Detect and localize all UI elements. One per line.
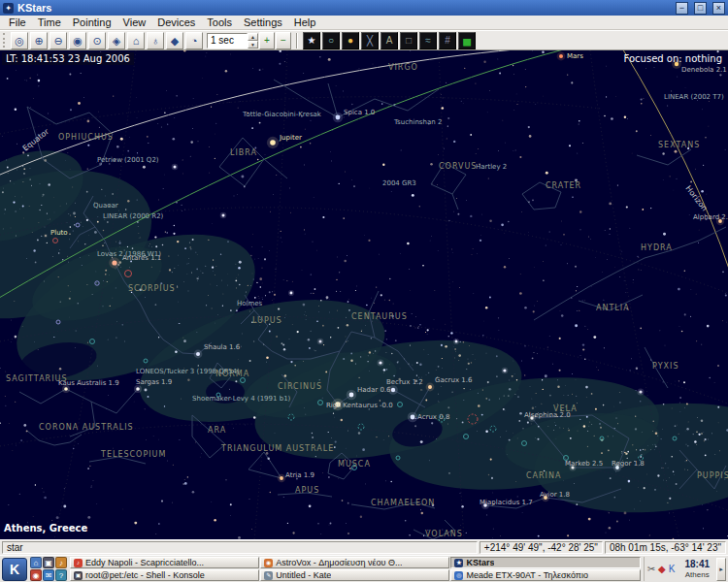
toggle-constellation-names-icon[interactable]: A [381,32,398,49]
sky-label-jupiter[interactable]: Jupiter [279,134,302,142]
menu-time[interactable]: Time [32,16,67,30]
sky-label-denebola-2-1[interactable]: Denebola 2.1 [681,66,727,74]
sky-label-crater[interactable]: CRATER [546,181,581,190]
zoom-in-icon[interactable]: ⊕ [30,32,48,49]
bright-star[interactable] [504,370,507,372]
bright-star[interactable] [379,361,381,364]
sky-label-miaplacidus-1-7[interactable]: Miaplacidus 1.7 [480,499,533,506]
sky-label-alsephina-2-0[interactable]: Alsephina 2.0 [524,411,571,419]
sky-label-corona-australis[interactable]: CORONA AUSTRALIS [39,423,134,432]
bright-star[interactable] [349,393,354,398]
sky-canvas[interactable]: VIRGOLIBRAOPHIUCHUSSEXTANSCORVUSCRATERHY… [0,50,728,539]
titlebar[interactable]: ✦ KStars − □ × [0,0,728,16]
sky-label-lovas-2-1986-w1[interactable]: Lovas 2 (1986 W1) [97,250,161,258]
sky-label-quaoar[interactable]: Quaoar [93,202,118,210]
sky-label-pluto[interactable]: Pluto [50,229,68,237]
bright-star[interactable] [428,385,432,389]
menu-devices[interactable]: Devices [151,16,201,30]
sky-label-linear-2002-t7[interactable]: LINEAR (2002 T7) [664,93,724,101]
bright-star[interactable] [112,260,116,265]
sky-label-holmes[interactable]: Holmes [237,300,263,307]
sky-label-hartley-2[interactable]: Hartley 2 [476,163,507,171]
toggle-coordinate-grid-icon[interactable]: # [439,32,456,49]
web-browser-icon[interactable]: ◉ [30,569,42,581]
bright-star[interactable] [411,415,415,420]
find-object-icon[interactable]: ◎ [11,32,28,49]
step-forward-button[interactable]: + [259,32,275,49]
toolbar-grip[interactable] [3,33,7,48]
focus-infobox[interactable]: Focused on: nothing [624,53,722,64]
time-step-up-icon[interactable]: ▲ [248,33,258,41]
sky-label-antlia[interactable]: ANTLIA [596,304,630,312]
toggle-ground-icon[interactable]: ▅ [458,32,476,49]
toggle-solar-system-icon[interactable]: ● [342,32,359,49]
toggle-constellation-boundaries-icon[interactable]: □ [400,32,417,49]
bright-star[interactable] [290,292,293,295]
sky-label-shaula-1-6[interactable]: Shaula 1.6 [204,343,241,351]
sky-label-spica-1-0[interactable]: Spica 1.0 [344,109,375,116]
devices-icon[interactable]: ◆ [166,32,183,49]
zoom-angular-size-icon[interactable]: ⊙ [88,32,106,49]
menu-view[interactable]: View [117,16,152,30]
sky-label-corvus[interactable]: CORVUS [439,162,477,171]
globe-icon[interactable]: ♁ [147,32,164,49]
sky-label-volans[interactable]: VOLANS [425,530,463,538]
sky-label-horizon[interactable]: Horizon [683,184,709,213]
kmail-icon[interactable]: ✉ [43,569,54,581]
sky-label-petriew-2001-q2[interactable]: Petriew (2001 Q2) [97,156,159,164]
geolocation-infobox[interactable]: Athens, Greece [4,523,87,534]
bright-star[interactable] [455,340,458,343]
sky-map[interactable]: VIRGOLIBRAOPHIUCHUSSEXTANSCORVUSCRATERHY… [0,50,728,539]
help-icon[interactable]: ? [55,569,67,581]
sky-label-ophiuchus[interactable]: OPHIUCHUS [58,133,114,142]
bright-star[interactable] [336,115,341,120]
toggle-deep-sky-icon[interactable]: ○ [322,32,340,49]
task-astrovox-δημοσίευση-νέου-θ[interactable]: ◉AstroVox - Δημοσίευση νέου Θ... [260,557,449,568]
sky-label-puppis[interactable]: PUPPIS [697,471,728,480]
bright-star[interactable] [391,388,395,392]
sky-label-musca[interactable]: MUSCA [338,460,371,469]
sky-label-libra[interactable]: LIBRA [230,148,257,157]
sky-label-shoemaker-levy-4-1991-b1[interactable]: Shoemaker-Levy 4 (1991 b1) [192,395,291,403]
sky-label-sextans[interactable]: SEXTANS [658,141,700,149]
minimize-button[interactable]: − [676,2,688,15]
sky-label-avior-1-8[interactable]: Avior 1.8 [540,491,570,499]
sky-label-centaurus[interactable]: CENTAURUS [351,312,408,321]
sky-label-tuttle-giacobini-kresak[interactable]: Tuttle-Giacobini-Kresak [242,111,322,118]
clock[interactable]: 18:41 Athens [680,559,713,579]
bright-star[interactable] [222,214,225,217]
sky-label-apus[interactable]: APUS [295,486,319,495]
sky-label-lupus[interactable]: LUPUS [252,316,282,325]
track-object-icon[interactable]: ◈ [108,32,125,49]
sky-label-hydra[interactable]: HYDRA [641,243,673,252]
bright-star[interactable] [559,54,563,58]
time-step-input[interactable]: 1 sec [207,33,248,48]
bright-star[interactable] [45,235,47,237]
maximize-button[interactable]: □ [694,2,707,15]
sky-label-ara[interactable]: ARA [208,426,226,435]
menu-settings[interactable]: Settings [238,16,288,30]
close-button[interactable]: × [712,2,725,15]
bright-star[interactable] [270,140,276,146]
toggle-milky-way-icon[interactable]: ≈ [419,32,437,49]
sky-label-virgo[interactable]: VIRGO [388,63,418,72]
task-root-pet-etc-shell-konsole[interactable]: ▣root@pet:/etc - Shell - Konsole [70,569,259,581]
dome-icon[interactable]: ⌂ [127,32,145,49]
sky-label-atria-1-9[interactable]: Atria 1.9 [285,471,314,479]
sky-label-loneos-tucker-3-1998-qp54[interactable]: LONEOS/Tucker 3 (1998 QP54) [136,368,240,375]
default-zoom-icon[interactable]: ◉ [69,32,86,49]
sky-label-acrux-0-8[interactable]: Acrux 0.8 [417,413,449,421]
bright-star[interactable] [174,166,177,169]
konsole-icon[interactable]: ▣ [43,557,54,568]
sky-label-tsuchinshan-2[interactable]: Tsuchinshan 2 [393,118,442,126]
bright-star[interactable] [64,387,68,391]
klipper-icon[interactable]: ✂ [647,565,655,574]
sky-label-becrux-1-2[interactable]: Becrux 1.2 [386,378,423,386]
alarm-icon[interactable]: ◆ [658,565,666,574]
zoom-out-icon[interactable]: ⊖ [50,32,67,49]
sky-label-mars[interactable]: Mars [567,52,583,60]
task-meade-etx-90at-τηλεσκόπιο[interactable]: ◎Meade ETX-90AT - Τηλεσκόπιο [450,569,640,581]
clock-icon[interactable]: ◔ [185,32,203,49]
sky-label-pyxis[interactable]: PYXIS [652,362,678,371]
show-desktop-icon[interactable]: ⌂ [30,557,42,568]
